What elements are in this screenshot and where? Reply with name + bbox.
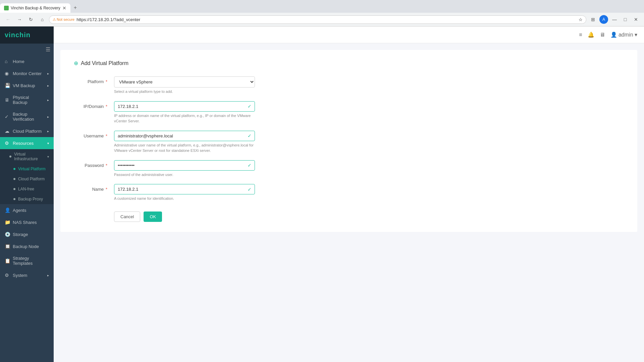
main-header: ≡ 🔔 🖥 👤 admin ▾ (54, 26, 644, 43)
sidebar-item-physical-backup[interactable]: 🖥 Physical Backup ▸ (0, 92, 54, 108)
sidebar-toggle[interactable]: ☰ (0, 44, 54, 55)
sidebar-label-resources: Resources (13, 141, 34, 146)
sidebar-item-system[interactable]: ⚙ System ▸ (0, 269, 54, 281)
platform-label: Platform * (74, 76, 107, 84)
sidebar-sub-backup-proxy[interactable]: Backup Proxy (0, 194, 54, 204)
close-button[interactable]: ✕ (631, 15, 641, 24)
sidebar-item-backup-verification[interactable]: ✓ Backup Verification ▸ (0, 108, 54, 125)
sidebar-sub-cloud-platform[interactable]: Cloud Platform (0, 174, 54, 184)
username-valid-icon: ✓ (248, 133, 252, 138)
sidebar-item-strategy-templates[interactable]: 📋 Strategy Templates (0, 252, 54, 269)
backup-proxy-dot (13, 198, 15, 200)
page-card: ⊕ Add Virtual Platform Platform * VMware… (60, 50, 637, 232)
form-row-password: Password * ✓ Password of the administrat… (74, 160, 624, 178)
strategy-templates-icon: 📋 (5, 258, 10, 263)
page-title: ⊕ Add Virtual Platform (74, 60, 624, 66)
sidebar-label-storage: Storage (13, 232, 28, 237)
browser-tabs: Vinchin Backup & Recovery ✕ + (0, 0, 644, 13)
nas-shares-icon: 📁 (5, 220, 10, 225)
password-valid-icon: ✓ (248, 163, 252, 168)
backup-node-icon: 🔲 (5, 244, 10, 249)
sidebar-sub-label-cloud-platform: Cloud Platform (18, 177, 45, 181)
main-body: ⊕ Add Virtual Platform Platform * VMware… (54, 43, 644, 362)
user-menu[interactable]: 👤 admin ▾ (610, 32, 637, 38)
name-input[interactable] (114, 184, 255, 194)
cloud-platform-sub-dot (13, 178, 15, 180)
refresh-button[interactable]: ↻ (26, 15, 36, 24)
sidebar: vinchin ☰ ⌂ Home ◉ Monitor Center ▸ 💾 VM… (0, 26, 54, 362)
sidebar-item-resources[interactable]: ⚙ Resources ▾ (0, 137, 54, 149)
cancel-button[interactable]: Cancel (114, 212, 140, 222)
backup-verification-arrow-icon: ▸ (47, 115, 49, 119)
browser-toolbar: ← → ↻ ⌂ ⚠ Not secure https://172.18.20.1… (0, 13, 644, 26)
sidebar-sub-label-backup-proxy: Backup Proxy (18, 197, 43, 201)
sidebar-label-agents: Agents (13, 208, 26, 213)
sidebar-item-storage[interactable]: 💿 Storage (0, 228, 54, 240)
physical-backup-arrow-icon: ▸ (47, 98, 49, 102)
notification-icon[interactable]: 🔔 (588, 32, 594, 38)
ok-button[interactable]: OK (144, 212, 162, 222)
back-button[interactable]: ← (3, 15, 13, 24)
cloud-platform-arrow-icon: ▸ (47, 129, 49, 133)
system-arrow-icon: ▸ (47, 274, 49, 277)
sidebar-label-vm-backup: VM Backup (13, 83, 35, 88)
physical-backup-icon: 🖥 (5, 97, 10, 103)
maximize-button[interactable]: □ (621, 15, 630, 24)
sidebar-sub-virtual-infrastructure[interactable]: Virtual Infrastructure ▾ (0, 149, 54, 164)
profile-button[interactable]: A (599, 15, 608, 24)
resources-submenu: Virtual Infrastructure ▾ Virtual Platfor… (0, 149, 54, 204)
sidebar-item-home[interactable]: ⌂ Home (0, 55, 54, 67)
platform-select[interactable]: VMware vSphere (114, 76, 255, 87)
active-tab[interactable]: Vinchin Backup & Recovery ✕ (0, 3, 70, 13)
menu-toggle-icon[interactable]: ≡ (579, 32, 582, 38)
sidebar-label-monitor: Monitor Center (13, 71, 42, 76)
profile-avatar: A (599, 15, 608, 24)
virtual-infrastructure-dot (9, 156, 11, 158)
tab-close-button[interactable]: ✕ (62, 5, 66, 11)
home-button[interactable]: ⌂ (38, 15, 47, 24)
cloud-platform-icon: ☁ (5, 128, 10, 134)
sidebar-sub-lan-free[interactable]: LAN-free (0, 184, 54, 194)
sidebar-item-agents[interactable]: 👤 Agents (0, 204, 54, 216)
minimize-button[interactable]: — (610, 15, 619, 24)
header-actions: ≡ 🔔 🖥 👤 admin ▾ (579, 32, 637, 38)
sidebar-item-monitor[interactable]: ◉ Monitor Center ▸ (0, 67, 54, 79)
forward-button[interactable]: → (15, 15, 24, 24)
name-valid-icon: ✓ (248, 187, 252, 192)
sidebar-label-backup-node: Backup Node (13, 244, 39, 249)
address-bar[interactable]: ⚠ Not secure https://172.18.20.1/?add_vc… (49, 15, 586, 24)
add-virtual-platform-form: Platform * VMware vSphere Select a virtu… (74, 76, 624, 222)
extensions-button[interactable]: ⊞ (588, 15, 598, 24)
sidebar-sub-label-lan-free: LAN-free (18, 187, 34, 191)
platform-field: VMware vSphere Select a virtual platform… (114, 76, 255, 95)
username-label: Username * (74, 131, 107, 138)
username-hint: Administrative user name of the virtual … (114, 142, 255, 154)
sidebar-label-strategy-templates: Strategy Templates (13, 256, 49, 266)
password-field: ✓ Password of the administrative user. (114, 160, 255, 178)
sidebar-label-home: Home (13, 59, 24, 64)
new-tab-button[interactable]: + (70, 3, 80, 13)
password-input[interactable] (114, 160, 255, 171)
platform-hint: Select a virtual platform type to add. (114, 89, 255, 95)
sidebar-item-cloud-platform[interactable]: ☁ Cloud Platform ▸ (0, 125, 54, 137)
ip-domain-input[interactable] (114, 101, 255, 112)
main-content: ≡ 🔔 🖥 👤 admin ▾ ⊕ Add Virtual Platform P… (54, 26, 644, 362)
tab-title: Vinchin Backup & Recovery (11, 6, 60, 10)
username-input[interactable] (114, 131, 255, 141)
vm-backup-icon: 💾 (5, 83, 10, 88)
sidebar-label-physical-backup: Physical Backup (13, 95, 45, 105)
sidebar-sub-virtual-platform[interactable]: Virtual Platform (0, 164, 54, 174)
sidebar-item-backup-node[interactable]: 🔲 Backup Node (0, 240, 54, 252)
sidebar-item-nas-shares[interactable]: 📁 NAS Shares (0, 216, 54, 228)
name-hint: A customized name for identification. (114, 196, 255, 201)
bookmark-icon[interactable]: ☆ (579, 17, 583, 22)
sidebar-item-vm-backup[interactable]: 💾 VM Backup ▸ (0, 79, 54, 92)
page-title-text: Add Virtual Platform (81, 60, 128, 66)
ip-domain-valid-icon: ✓ (248, 104, 252, 109)
sidebar-sub-label-virtual-platform: Virtual Platform (18, 167, 46, 171)
ip-domain-field: ✓ IP address or domain name of the virtu… (114, 101, 255, 124)
storage-icon: 💿 (5, 232, 10, 237)
display-icon[interactable]: 🖥 (600, 32, 605, 38)
sidebar-label-system: System (13, 273, 27, 278)
monitor-arrow-icon: ▸ (47, 72, 49, 75)
